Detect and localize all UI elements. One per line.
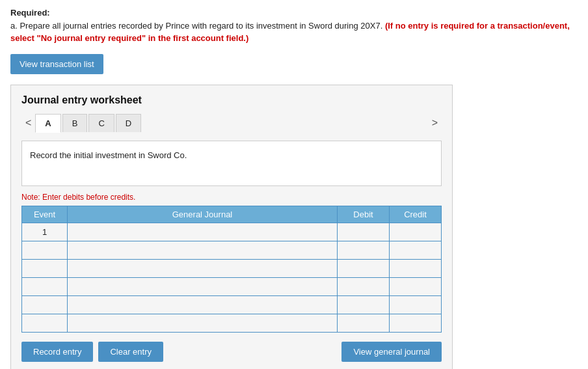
- journal-input[interactable]: [68, 314, 337, 332]
- table-cell-debit[interactable]: [338, 223, 390, 241]
- table-cell-journal[interactable]: [68, 314, 338, 332]
- tab-b[interactable]: B: [62, 114, 88, 132]
- required-section: Required: a. Prepare all journal entries…: [10, 7, 578, 45]
- debit-input[interactable]: [338, 241, 389, 259]
- table-cell-event: 1: [22, 223, 68, 241]
- journal-input[interactable]: [68, 278, 337, 295]
- table-cell-event: [22, 277, 68, 295]
- tab-next-button[interactable]: >: [428, 116, 442, 130]
- journal-input[interactable]: [68, 241, 337, 259]
- clear-entry-button[interactable]: Clear entry: [98, 342, 163, 362]
- th-general-journal: General Journal: [68, 206, 338, 223]
- note-text: Note: Enter debits before credits.: [21, 193, 442, 202]
- view-general-journal-button[interactable]: View general journal: [341, 342, 442, 362]
- record-entry-button[interactable]: Record entry: [21, 342, 93, 362]
- th-debit: Debit: [338, 206, 390, 223]
- table-cell-credit[interactable]: [390, 314, 442, 332]
- credit-input[interactable]: [390, 241, 441, 259]
- debit-input[interactable]: [338, 223, 389, 241]
- journal-input[interactable]: [68, 296, 337, 314]
- journal-input[interactable]: [68, 223, 337, 241]
- instruction-box: Record the initial investment in Sword C…: [21, 141, 442, 186]
- table-cell-debit[interactable]: [338, 277, 390, 295]
- view-transaction-button[interactable]: View transaction list: [10, 54, 103, 74]
- tab-prev-button[interactable]: <: [21, 116, 35, 130]
- table-row: [22, 314, 442, 332]
- credit-input[interactable]: [390, 314, 441, 332]
- table-cell-journal[interactable]: [68, 241, 338, 259]
- table-cell-journal[interactable]: [68, 277, 338, 295]
- table-cell-debit[interactable]: [338, 241, 390, 259]
- debit-input[interactable]: [338, 296, 389, 314]
- table-cell-credit[interactable]: [390, 223, 442, 241]
- table-cell-debit[interactable]: [338, 295, 390, 314]
- table-cell-event: [22, 295, 68, 314]
- debit-input[interactable]: [338, 260, 389, 277]
- tab-d[interactable]: D: [116, 114, 141, 132]
- debit-input[interactable]: [338, 314, 389, 332]
- table-row: [22, 295, 442, 314]
- credit-input[interactable]: [390, 223, 441, 241]
- table-cell-journal[interactable]: [68, 295, 338, 314]
- table-cell-credit[interactable]: [390, 277, 442, 295]
- debit-input[interactable]: [338, 278, 389, 295]
- tab-a[interactable]: A: [35, 114, 60, 133]
- table-cell-journal[interactable]: [68, 223, 338, 241]
- table-cell-credit[interactable]: [390, 259, 442, 277]
- tab-c[interactable]: C: [88, 114, 114, 132]
- buttons-row: Record entry Clear entry View general jo…: [21, 342, 442, 362]
- credit-input[interactable]: [390, 296, 441, 314]
- worksheet-title: Journal entry worksheet: [21, 94, 442, 106]
- th-event: Event: [22, 206, 68, 223]
- table-cell-event: [22, 314, 68, 332]
- table-cell-event: [22, 259, 68, 277]
- table-cell-credit[interactable]: [390, 241, 442, 259]
- table-row: 1: [22, 223, 442, 241]
- required-label: Required:: [10, 8, 50, 18]
- credit-input[interactable]: [390, 278, 441, 295]
- table-cell-event: [22, 241, 68, 259]
- instruction-text: Record the initial investment in Sword C…: [30, 150, 187, 160]
- table-cell-debit[interactable]: [338, 259, 390, 277]
- worksheet-container: Journal entry worksheet < A B C D > Reco…: [10, 85, 453, 370]
- journal-input[interactable]: [68, 260, 337, 277]
- table-cell-debit[interactable]: [338, 314, 390, 332]
- tabs-row: < A B C D >: [21, 114, 442, 133]
- table-row: [22, 241, 442, 259]
- required-line-a-prefix: a. Prepare all journal entries recorded …: [10, 21, 385, 31]
- table-row: [22, 259, 442, 277]
- table-cell-credit[interactable]: [390, 295, 442, 314]
- credit-input[interactable]: [390, 260, 441, 277]
- table-cell-journal[interactable]: [68, 259, 338, 277]
- th-credit: Credit: [390, 206, 442, 223]
- table-row: [22, 277, 442, 295]
- journal-table: Event General Journal Debit Credit 1: [21, 206, 442, 333]
